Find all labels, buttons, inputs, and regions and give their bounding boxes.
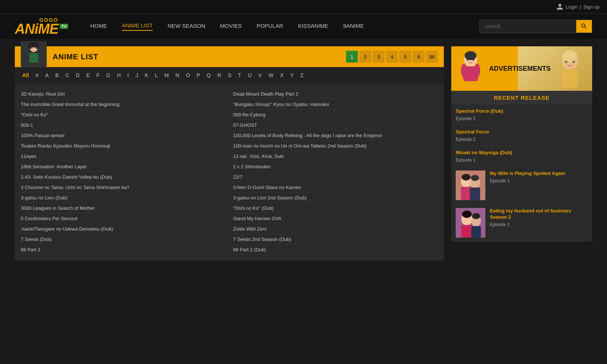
svg-point-16 <box>563 50 577 62</box>
recent-item-thumbnail[interactable] <box>456 171 485 200</box>
list-item[interactable]: 100% Pascal-sensei <box>21 131 226 140</box>
list-item[interactable]: 16bit Sensation: Another Layer <box>21 162 226 172</box>
list-item[interactable]: 7 Seeds 2nd Season (Dub) <box>233 235 438 244</box>
list-item[interactable]: "Bungaku Shoujo" Kyou no Oyatsu: Hatsuko… <box>233 100 438 109</box>
alpha-q[interactable]: Q <box>205 72 212 79</box>
signup-label[interactable]: Sign up <box>583 4 600 10</box>
list-item[interactable]: 11eyes <box>21 152 226 161</box>
alpha-v[interactable]: V <box>257 72 263 79</box>
nav-9anime[interactable]: 9ANIME <box>343 23 364 30</box>
nav-popular[interactable]: POPULAR <box>257 23 283 30</box>
separator: | <box>580 4 581 10</box>
svg-point-33 <box>472 213 480 219</box>
nav-kissanime[interactable]: KISSANIME <box>298 23 329 30</box>
alpha-c[interactable]: C <box>64 72 70 79</box>
list-item[interactable]: 3 Choume no Tama: Uchi no Tama Shirimase… <box>21 183 226 192</box>
list-item[interactable]: 3D Kanojo: Real Girl <box>21 89 226 99</box>
nav-home[interactable]: HOME <box>90 23 107 30</box>
recent-item-title[interactable]: Spectral Force <box>456 129 588 135</box>
search-area <box>479 20 592 33</box>
anime-list-icon <box>21 41 47 67</box>
alpha-y[interactable]: Y <box>289 72 295 79</box>
page-btn-96[interactable]: 96 <box>426 51 438 63</box>
list-item[interactable]: 22/7 <box>233 172 438 182</box>
alpha-k[interactable]: K <box>143 72 149 79</box>
list-item[interactable]: 3-gatsu no Lion (Dub) <box>21 193 226 203</box>
alpha-b[interactable]: B <box>54 72 60 79</box>
list-item[interactable]: 3-gatsu no Lion 2nd Season (Dub) <box>233 193 438 203</box>
ads-char-left <box>456 50 485 87</box>
list-item[interactable]: "Oshi no Ko" <box>21 110 226 120</box>
list-item[interactable]: 009-1 <box>21 120 226 130</box>
list-item[interactable]: Touken Ranbu Kyouden Moyuru Honnouji <box>21 141 226 151</box>
alpha-o[interactable]: O <box>184 72 191 79</box>
pagination: 1 2 3 4 5 6 96 <box>346 51 438 63</box>
page-btn-6[interactable]: 6 <box>413 51 425 63</box>
page-btn-1[interactable]: 1 <box>346 51 358 63</box>
svg-point-13 <box>461 64 467 77</box>
alpha-g[interactable]: G <box>105 72 112 79</box>
alpha-p[interactable]: P <box>195 72 201 79</box>
list-item[interactable]: Stand My Heroes OVA <box>233 214 438 224</box>
list-item[interactable]: 86 Part 2 <box>21 245 226 255</box>
list-item[interactable]: 86 Part 2 (Dub) <box>233 245 438 255</box>
recent-item-title[interactable]: My Wife is Playing Spoiled Again <box>490 171 588 177</box>
alpha-m[interactable]: M <box>163 72 171 79</box>
alpha-z[interactable]: Z <box>299 72 305 79</box>
alpha-l[interactable]: L <box>154 72 159 79</box>
alpha-all[interactable]: All <box>21 72 30 79</box>
list-item[interactable]: 100,000 Levels of Body Refining : All th… <box>233 131 438 140</box>
page-btn-3[interactable]: 3 <box>373 51 385 63</box>
search-button[interactable] <box>576 20 592 33</box>
alpha-i[interactable]: I <box>126 72 131 79</box>
alpha-d[interactable]: D <box>75 72 81 79</box>
page-btn-4[interactable]: 4 <box>386 51 398 63</box>
list-item[interactable]: 07-GHOST <box>233 120 438 130</box>
list-item[interactable]: "Oshi no Ko" (Dub) <box>233 203 438 213</box>
login-label[interactable]: Login <box>566 4 578 10</box>
list-item[interactable]: 7 Seeds (Dub) <box>21 235 226 244</box>
logo[interactable]: GOGO ANiME TV <box>15 17 68 35</box>
alpha-r[interactable]: R <box>216 72 223 79</box>
list-item[interactable]: 2 x 2 Shinobuden <box>233 162 438 172</box>
alpha-j[interactable]: J <box>134 72 139 79</box>
recent-item-thumbnail[interactable] <box>456 208 485 238</box>
list-item[interactable]: The invincible Great Immortal at the beg… <box>21 100 226 109</box>
nav-movies[interactable]: MOVIES <box>220 23 242 30</box>
alpha-w[interactable]: W <box>267 72 275 79</box>
search-input[interactable] <box>480 20 576 32</box>
recent-item-title[interactable]: Misaki no Mayoiga (Dub) <box>456 150 588 156</box>
alpha-hash[interactable]: # <box>34 72 40 79</box>
list-item[interactable]: 3000 Leagues in Search of Mother <box>21 203 226 213</box>
search-box <box>479 20 592 33</box>
alpha-e[interactable]: E <box>85 72 91 79</box>
svg-point-32 <box>462 211 472 218</box>
list-item[interactable]: 3-Nen D-Gumi Glass no Kamen <box>233 183 438 192</box>
svg-point-26 <box>471 175 479 181</box>
page-btn-2[interactable]: 2 <box>359 51 371 63</box>
nav-anime-list[interactable]: ANIME LIST <box>122 22 153 31</box>
list-item[interactable]: 100-man no Inochi no Ue ni Ore wa Tattei… <box>233 141 438 151</box>
alpha-u[interactable]: U <box>247 72 253 79</box>
list-item[interactable]: 2.43: Seiin Koukou Danshi Volley-bu (Dub… <box>21 172 226 182</box>
list-item[interactable]: 009 Re:Cyborg <box>233 110 438 120</box>
login-signup[interactable]: Login | Sign up <box>556 3 600 10</box>
recent-item-title[interactable]: Spectral Force (Dub) <box>456 108 588 115</box>
main-nav: HOME ANIME LIST NEW SEASON MOVIES POPULA… <box>90 22 364 31</box>
list-item[interactable]: .hack//Tasogare no Udewa Densetsu (Dub) <box>21 224 226 234</box>
nav-new-season[interactable]: NEW SEASON <box>168 23 205 30</box>
list-item[interactable]: Zoids Wild Zero <box>233 224 438 234</box>
alpha-f[interactable]: F <box>95 72 101 79</box>
alpha-a[interactable]: A <box>44 72 50 79</box>
list-item[interactable]: 12-sai.: Kiss, Kirai, Suki <box>233 152 438 161</box>
alpha-s[interactable]: S <box>227 72 233 79</box>
alpha-n[interactable]: N <box>174 72 181 79</box>
thumbnail-illustration <box>456 208 485 238</box>
recent-item-title[interactable]: Eating my husband out of business Season… <box>490 208 588 221</box>
list-item[interactable]: 5 Centimeters Per Second <box>21 214 226 224</box>
alpha-x[interactable]: X <box>278 72 285 79</box>
page-btn-5[interactable]: 5 <box>399 51 411 63</box>
alpha-h[interactable]: H <box>115 72 122 79</box>
list-item[interactable]: Dead Mount Death Play Part 2 <box>233 89 438 99</box>
alpha-t[interactable]: T <box>237 72 243 79</box>
